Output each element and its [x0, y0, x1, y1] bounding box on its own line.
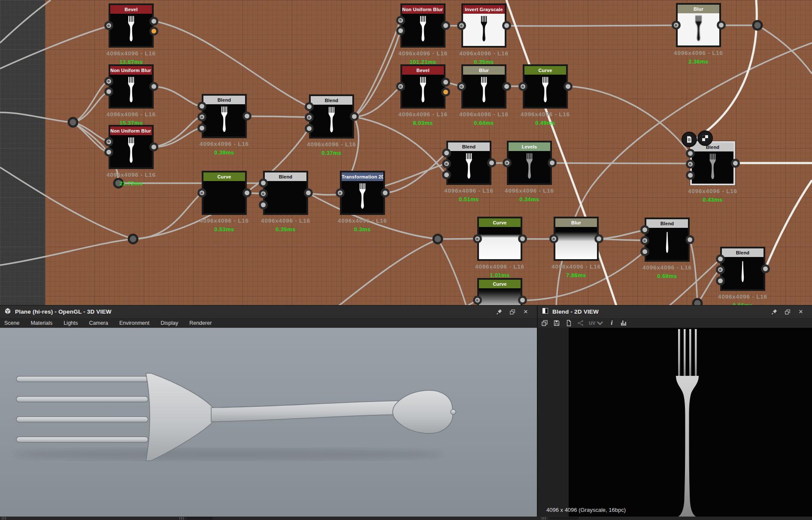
menu-item-scene[interactable]: Scene [4, 320, 19, 326]
node-input-port[interactable] [640, 236, 649, 245]
graph-node[interactable]: Blur [676, 3, 721, 47]
node-input-port[interactable] [305, 102, 314, 111]
graph-node[interactable]: Blend [263, 171, 308, 215]
node-input-port[interactable] [442, 148, 451, 157]
node-output-port[interactable] [487, 158, 496, 167]
node-output-port[interactable] [441, 21, 450, 30]
graph-node[interactable]: Blur [554, 217, 599, 261]
node-output-port[interactable] [441, 78, 450, 87]
node-input-port[interactable] [259, 200, 268, 209]
graph-node[interactable]: Curve [523, 64, 568, 109]
duplicate-page-icon[interactable] [565, 319, 573, 327]
menu-item-environment[interactable]: Environment [119, 320, 149, 326]
graph-node[interactable]: Blend [202, 94, 247, 138]
graph-node[interactable]: Non Uniform Blur Gray... [109, 64, 154, 109]
node-output-port[interactable] [594, 234, 603, 243]
graph-node[interactable]: Bevel [109, 3, 154, 48]
node-input-port[interactable] [197, 112, 206, 121]
node-output-port[interactable] [149, 17, 158, 26]
node-output-port[interactable] [350, 112, 359, 121]
graph-node[interactable]: Blend [446, 141, 491, 185]
node-output-port[interactable] [685, 235, 694, 244]
scroll-grip[interactable] [2, 517, 6, 520]
node-badge-checker-icon[interactable] [697, 130, 713, 146]
menu-item-materials[interactable]: Materials [30, 320, 52, 326]
node-input-port[interactable] [259, 178, 268, 187]
node-input-port[interactable] [396, 26, 405, 35]
node-input-port[interactable] [457, 82, 466, 91]
node-input-port[interactable] [672, 21, 681, 30]
node-input-port[interactable] [503, 158, 512, 167]
menu-item-renderer[interactable]: Renderer [189, 320, 212, 326]
node-input-port[interactable] [336, 188, 345, 197]
scroll-grip[interactable] [542, 517, 546, 520]
graph-node[interactable]: Blend [309, 94, 354, 139]
graph-node[interactable]: Invert Grayscale [461, 3, 506, 48]
info-icon[interactable]: i [608, 319, 615, 327]
close-icon[interactable]: ✕ [522, 308, 529, 315]
graph-node[interactable]: Blend [690, 141, 735, 185]
reroute-dot[interactable] [69, 118, 77, 127]
graph-editor-panel[interactable]: Bevel4096x4096 - L1613.87msNon Uniform B… [0, 0, 812, 305]
close-icon[interactable]: ✕ [797, 308, 804, 315]
node-input-port[interactable] [442, 159, 451, 168]
node-input-port[interactable] [259, 189, 268, 198]
node-output-port[interactable] [381, 188, 390, 197]
node-output-port[interactable] [304, 188, 313, 197]
node-input-port[interactable] [197, 188, 206, 197]
menu-item-display[interactable]: Display [161, 320, 178, 326]
node-input-port[interactable] [104, 87, 113, 96]
pin-icon[interactable] [496, 308, 503, 315]
node-output-port[interactable] [548, 158, 557, 167]
copy-image-icon[interactable] [541, 319, 548, 327]
node-input-port[interactable] [396, 16, 405, 25]
node-input-port[interactable] [716, 276, 725, 285]
node-input-port[interactable] [473, 296, 482, 305]
graph-node[interactable]: Blur [461, 64, 506, 109]
maximize-icon[interactable] [509, 308, 516, 315]
node-output-port[interactable] [731, 159, 740, 168]
node-input-port[interactable] [518, 82, 527, 91]
graph-node[interactable]: Levels [507, 141, 552, 185]
node-output-port[interactable] [717, 21, 726, 30]
graph-node[interactable]: Curve [202, 171, 247, 215]
node-input-port[interactable] [640, 225, 649, 234]
node-output-port[interactable] [149, 142, 158, 151]
node-input-port[interactable] [640, 247, 649, 256]
node-output-port[interactable] [242, 188, 251, 197]
graph-node[interactable]: Transformation 2D [340, 171, 385, 215]
node-input-port[interactable] [104, 137, 113, 146]
node-input-port[interactable] [457, 21, 466, 30]
node-input-port[interactable] [104, 21, 113, 30]
pin-icon[interactable] [771, 308, 778, 315]
node-input-port[interactable] [686, 149, 695, 158]
node-input-port[interactable] [305, 124, 314, 133]
node-output-port[interactable] [564, 82, 573, 91]
node-output-port-highlight[interactable] [149, 27, 158, 36]
node-input-port[interactable] [442, 170, 451, 179]
scroll-grip[interactable] [179, 517, 184, 520]
node-output-port[interactable] [502, 21, 511, 30]
reroute-dot[interactable] [129, 235, 137, 243]
node-output-port[interactable] [518, 296, 527, 305]
node-output-port[interactable] [761, 264, 770, 273]
node-input-port[interactable] [104, 77, 113, 86]
reroute-dot[interactable] [433, 235, 442, 243]
link-views-icon[interactable] [577, 319, 585, 327]
menu-item-camera[interactable]: Camera [89, 320, 108, 326]
menu-item-lights[interactable]: Lights [64, 320, 78, 326]
node-badge-document-icon[interactable] [682, 132, 697, 147]
uv-mode-dropdown[interactable]: UV [589, 319, 603, 327]
node-input-port[interactable] [716, 254, 725, 263]
bottom-scroll-strip[interactable] [0, 517, 812, 520]
graph-node[interactable]: Blend [720, 247, 765, 291]
view3d-viewport[interactable] [0, 328, 537, 520]
node-input-port[interactable] [104, 148, 113, 157]
graph-node[interactable]: Non Uniform Blur Gray... [109, 125, 154, 169]
node-input-port[interactable] [197, 124, 206, 133]
reroute-dot[interactable] [693, 299, 702, 305]
scrollbar-thumb[interactable] [186, 517, 213, 520]
graph-node[interactable]: Curve [477, 217, 522, 261]
node-output-port[interactable] [149, 82, 158, 91]
graph-node[interactable]: Blend [645, 218, 690, 262]
